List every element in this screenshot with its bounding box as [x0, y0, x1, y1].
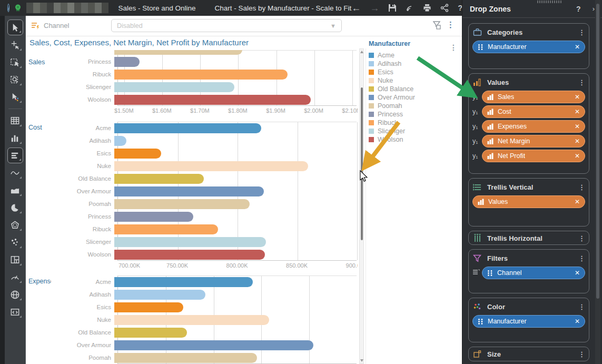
field-pill-net-margin[interactable]: Net Margin✕: [482, 135, 585, 147]
pie-chart-icon[interactable]: [7, 200, 23, 215]
lasso-select-icon[interactable]: [7, 89, 23, 105]
drop-zone-kebab-menu[interactable]: ⋮: [578, 351, 585, 358]
help-icon[interactable]: ?: [576, 5, 581, 13]
data-bar-adihash[interactable]: [114, 136, 126, 146]
legend-item[interactable]: Old Balance: [369, 85, 458, 93]
legend-item[interactable]: Ribuck: [369, 119, 458, 127]
remove-field-icon[interactable]: ✕: [571, 123, 580, 130]
legend-kebab-menu[interactable]: ⋮: [450, 43, 457, 52]
data-bar-poomah[interactable]: [114, 199, 250, 209]
field-pill-expenses[interactable]: Expenses✕: [482, 120, 585, 133]
legend-item[interactable]: Over Armour: [369, 93, 458, 102]
filter-dropdown[interactable]: Disabled ▼: [111, 19, 342, 32]
remove-field-icon[interactable]: ✕: [571, 198, 580, 205]
bar-chart-icon[interactable]: [7, 147, 23, 163]
legend-item[interactable]: Princess: [369, 110, 458, 119]
radar-chart-icon[interactable]: [7, 217, 23, 233]
scroll-down-icon[interactable]: [360, 359, 363, 362]
info-icon[interactable]: i: [7, 4, 9, 12]
field-pill-label: Net Margin: [498, 137, 530, 145]
zoom-select-icon[interactable]: [7, 72, 23, 87]
data-bar-poomah[interactable]: [114, 353, 257, 363]
remove-field-icon[interactable]: ✕: [571, 318, 580, 325]
drop-zone-kebab-menu[interactable]: ⋮: [578, 303, 585, 310]
area-chart-icon[interactable]: [7, 182, 23, 198]
data-bar-nuke[interactable]: [114, 315, 269, 325]
gauge-chart-icon[interactable]: [7, 269, 23, 285]
panel-grip-handle[interactable]: [537, 1, 562, 3]
broadcast-icon[interactable]: [406, 4, 414, 12]
remove-field-icon[interactable]: ✕: [571, 152, 580, 160]
share-icon[interactable]: [440, 4, 449, 12]
legend-item[interactable]: Slicenger: [369, 127, 458, 135]
filter-dropdown-value: Disabled: [117, 22, 143, 29]
data-bar-princess[interactable]: [114, 212, 193, 222]
legend-item[interactable]: Esics: [369, 68, 458, 76]
data-bar-acme[interactable]: [114, 123, 261, 133]
custom-chart-icon[interactable]: [7, 304, 23, 320]
line-chart-icon[interactable]: [7, 165, 23, 181]
data-bar-over-armour[interactable]: [114, 340, 313, 350]
data-bar-woolson[interactable]: [114, 250, 265, 260]
drop-zone-kebab-menu[interactable]: ⋮: [578, 255, 585, 262]
data-bar-woolson[interactable]: [114, 95, 311, 105]
data-bar-over-armour[interactable]: [114, 186, 264, 196]
collapse-panel-icon[interactable]: ›: [593, 5, 595, 13]
data-bar-esics[interactable]: [114, 149, 161, 159]
remove-field-icon[interactable]: ✕: [571, 108, 580, 115]
move-crosshair-icon[interactable]: [7, 37, 23, 53]
print-icon[interactable]: [423, 4, 431, 12]
data-bar-slicenger[interactable]: [114, 237, 266, 247]
data-bar-poomah[interactable]: [114, 50, 242, 55]
chart-scrollbar[interactable]: [359, 48, 364, 364]
drop-zones-title: Drop Zones: [470, 5, 511, 13]
drop-zone-kebab-menu[interactable]: ⋮: [578, 235, 585, 242]
field-pill-channel[interactable]: Channel✕: [482, 267, 585, 279]
column-chart-icon[interactable]: [7, 130, 23, 146]
panel-scrollbar[interactable]: [595, 0, 600, 364]
drop-zone-kebab-menu[interactable]: ⋮: [578, 184, 585, 191]
data-bar-ribuck[interactable]: [114, 224, 218, 234]
select-cursor-icon[interactable]: [7, 19, 23, 35]
map-chart-icon[interactable]: [7, 287, 23, 302]
legend-item[interactable]: Poomah: [369, 102, 458, 110]
filter-settings-icon[interactable]: [432, 21, 443, 33]
legend-item[interactable]: Nuke: [369, 76, 458, 85]
drop-zone-kebab-menu[interactable]: ⋮: [578, 29, 585, 36]
remove-field-icon[interactable]: ✕: [571, 93, 580, 101]
table-chart-icon[interactable]: [7, 113, 23, 129]
field-pill-cost[interactable]: Cost✕: [482, 105, 585, 118]
scrollbar-thumb[interactable]: [361, 87, 363, 240]
scroll-up-icon[interactable]: [360, 51, 363, 53]
data-bar-slicenger[interactable]: [114, 82, 234, 92]
data-bar-esics[interactable]: [114, 302, 183, 312]
forward-icon[interactable]: →: [370, 3, 379, 13]
data-bar-princess[interactable]: [114, 57, 140, 67]
data-bar-nuke[interactable]: [114, 161, 308, 171]
legend-item[interactable]: Woolson: [369, 135, 458, 144]
data-bar-acme[interactable]: [114, 277, 253, 287]
panel-scrollbar-thumb[interactable]: [596, 4, 599, 299]
save-icon[interactable]: [388, 4, 397, 12]
field-pill-values[interactable]: Values✕: [472, 195, 585, 208]
data-bar-old-balance[interactable]: [114, 174, 204, 184]
data-bar-ribuck[interactable]: [114, 70, 288, 80]
data-bar-adihash[interactable]: [114, 290, 205, 300]
treemap-chart-icon[interactable]: [7, 252, 23, 268]
legend-item[interactable]: Adihash: [369, 60, 458, 68]
remove-field-icon[interactable]: ✕: [571, 137, 580, 145]
data-bar-old-balance[interactable]: [114, 328, 187, 338]
field-pill-net-profit[interactable]: Net Profit✕: [482, 150, 585, 162]
field-pill-manufacturer[interactable]: Manufacturer✕: [472, 315, 585, 328]
remove-field-icon[interactable]: ✕: [571, 43, 580, 51]
scatter-chart-icon[interactable]: [7, 234, 23, 250]
marquee-select-icon[interactable]: [7, 54, 23, 70]
field-pill-sales[interactable]: Sales✕: [482, 91, 585, 103]
remove-field-icon[interactable]: ✕: [571, 269, 580, 277]
field-pill-manufacturer[interactable]: Manufacturer✕: [472, 41, 585, 53]
filter-kebab-menu[interactable]: ⋮: [447, 20, 455, 29]
back-icon[interactable]: ←: [351, 3, 361, 13]
drop-zone-kebab-menu[interactable]: ⋮: [578, 79, 585, 86]
legend-item[interactable]: Acme: [369, 51, 458, 60]
drop-zone-title: Color: [487, 303, 505, 311]
